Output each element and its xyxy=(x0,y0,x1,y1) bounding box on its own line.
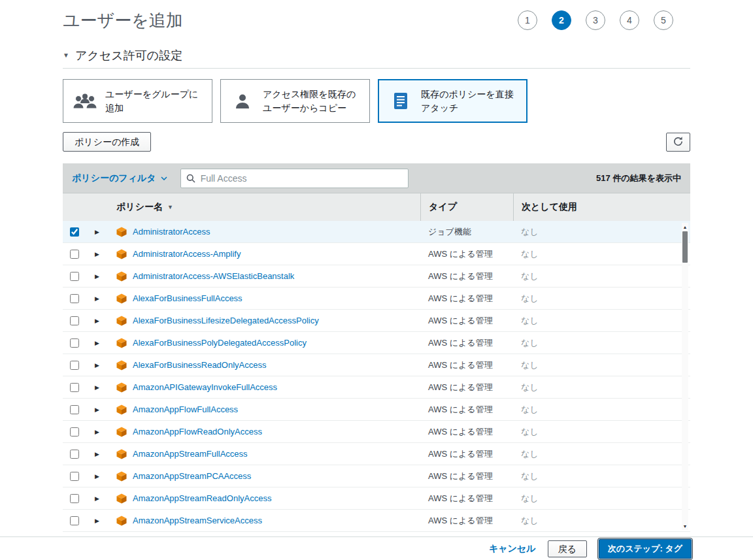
policy-table-row: ▶ AmazonAppStreamPCAAccess AWS による管理 なし xyxy=(63,465,690,487)
policy-name-link[interactable]: AmazonAppStreamFullAccess xyxy=(133,449,248,459)
policy-cube-icon xyxy=(116,516,127,526)
policy-name-link[interactable]: AlexaForBusinessReadOnlyAccess xyxy=(133,360,266,370)
policy-table-row: ▶ AdministratorAccess-Amplify AWS による管理 … xyxy=(63,243,690,265)
back-button[interactable]: 戻る xyxy=(548,540,587,557)
policy-type: AWS による管理 xyxy=(420,448,513,460)
policy-used-as: なし xyxy=(513,271,690,282)
cancel-link[interactable]: キャンセル xyxy=(489,543,536,555)
policy-cube-icon xyxy=(116,449,127,459)
expand-row-icon[interactable]: ▶ xyxy=(95,429,99,435)
policy-cube-icon xyxy=(116,493,127,504)
section-title: アクセス許可の設定 xyxy=(75,48,182,63)
expand-row-icon[interactable]: ▶ xyxy=(95,295,99,302)
policy-type: AWS による管理 xyxy=(420,515,513,527)
expand-row-icon[interactable]: ▶ xyxy=(95,318,99,324)
policy-filter-label: ポリシーのフィルタ xyxy=(72,173,156,184)
policy-used-as: なし xyxy=(513,493,690,504)
policy-row-checkbox[interactable] xyxy=(70,472,79,481)
policy-name-link[interactable]: AlexaForBusinessLifesizeDelegatedAccessP… xyxy=(133,316,319,325)
policy-name-link[interactable]: AdministratorAccess xyxy=(133,227,210,237)
policy-row-checkbox[interactable] xyxy=(70,316,79,325)
policy-row-checkbox[interactable] xyxy=(70,272,79,281)
policy-row-checkbox[interactable] xyxy=(70,338,79,348)
step-indicator: 1 2 3 4 5 xyxy=(518,9,690,30)
search-icon xyxy=(186,174,195,186)
policy-name-link[interactable]: AlexaForBusinessPolyDelegatedAccessPolic… xyxy=(133,338,307,348)
table-scrollbar[interactable]: ▲ ▼ xyxy=(682,223,688,530)
expand-row-icon[interactable]: ▶ xyxy=(95,518,99,524)
policy-used-as: なし xyxy=(513,226,690,238)
policy-row-checkbox[interactable] xyxy=(70,516,79,525)
policy-type: AWS による管理 xyxy=(420,470,513,482)
option-label: 既存のポリシーを直接アタッチ xyxy=(421,88,520,114)
header-checkbox-cell xyxy=(63,193,86,221)
create-policy-button[interactable]: ポリシーの作成 xyxy=(63,132,151,152)
scrollbar-thumb[interactable] xyxy=(682,231,688,263)
policy-cube-icon xyxy=(116,427,127,437)
policy-row-checkbox[interactable] xyxy=(70,227,79,237)
scroll-down-arrow[interactable]: ▼ xyxy=(682,522,688,530)
policy-name-link[interactable]: AmazonAppFlowReadOnlyAccess xyxy=(133,427,262,436)
expand-row-icon[interactable]: ▶ xyxy=(95,384,99,391)
policy-name-link[interactable]: AmazonAppStreamPCAAccess xyxy=(133,471,251,481)
column-header-policy-name[interactable]: ポリシー名 ▼ xyxy=(109,193,420,221)
policy-filter-dropdown[interactable]: ポリシーのフィルタ xyxy=(72,173,167,184)
step-2: 2 xyxy=(552,10,571,30)
policy-table-row: ▶ AmazonAPIGatewayInvokeFullAccess AWS に… xyxy=(63,376,690,399)
permissions-section-header[interactable]: ▼ アクセス許可の設定 xyxy=(63,48,690,69)
policy-name-link[interactable]: AmazonAppStreamReadOnlyAccess xyxy=(133,493,271,503)
policy-row-checkbox[interactable] xyxy=(70,250,79,259)
policy-used-as: なし xyxy=(513,515,690,527)
policy-used-as: なし xyxy=(513,315,690,327)
user-copy-icon xyxy=(227,93,258,110)
expand-row-icon[interactable]: ▶ xyxy=(95,251,99,257)
policy-table-row: ▶ AmazonAppStreamReadOnlyAccess AWS による管… xyxy=(63,487,690,510)
policy-name-link[interactable]: AmazonAPIGatewayInvokeFullAccess xyxy=(133,382,277,392)
policy-name-link[interactable]: AmazonAppStreamServiceAccess xyxy=(133,516,262,525)
expand-row-icon[interactable]: ▶ xyxy=(95,473,99,480)
page-title: ユーザーを追加 xyxy=(63,9,183,31)
policy-used-as: なし xyxy=(513,448,690,460)
policy-type: AWS による管理 xyxy=(420,359,513,371)
next-step-tags-button[interactable]: 次のステップ: タグ xyxy=(599,539,692,559)
expand-row-icon[interactable]: ▶ xyxy=(95,406,99,413)
policy-type: AWS による管理 xyxy=(420,404,513,416)
refresh-button[interactable] xyxy=(666,133,690,152)
policy-table-row: ▶ AmazonAppFlowReadOnlyAccess AWS による管理 … xyxy=(63,421,690,443)
policy-cube-icon xyxy=(116,382,127,393)
policy-used-as: なし xyxy=(513,404,690,416)
policy-cube-icon xyxy=(116,360,127,371)
step-5: 5 xyxy=(654,10,673,30)
policy-cube-icon xyxy=(116,338,127,348)
policy-row-checkbox[interactable] xyxy=(70,427,79,436)
policy-row-checkbox[interactable] xyxy=(70,405,79,414)
policy-name-column-label: ポリシー名 xyxy=(116,201,163,213)
policy-used-as: なし xyxy=(513,337,690,349)
policy-name-link[interactable]: AdministratorAccess-Amplify xyxy=(133,249,241,259)
policy-name-link[interactable]: AlexaForBusinessFullAccess xyxy=(133,293,243,303)
expand-row-icon[interactable]: ▶ xyxy=(95,340,99,346)
option-attach-existing-policies[interactable]: 既存のポリシーを直接アタッチ xyxy=(378,79,527,123)
policy-row-checkbox[interactable] xyxy=(70,294,79,303)
policy-row-checkbox[interactable] xyxy=(70,383,79,392)
scroll-up-arrow[interactable]: ▲ xyxy=(682,223,688,231)
policy-name-link[interactable]: AdministratorAccess-AWSElasticBeanstalk xyxy=(133,271,294,281)
policy-cube-icon xyxy=(116,271,127,282)
policy-type: AWS による管理 xyxy=(420,337,513,349)
policy-document-icon xyxy=(386,92,416,110)
policy-row-checkbox[interactable] xyxy=(70,450,79,459)
expand-row-icon[interactable]: ▶ xyxy=(95,495,99,502)
expand-row-icon[interactable]: ▶ xyxy=(95,451,99,457)
expand-row-icon[interactable]: ▶ xyxy=(95,362,99,369)
policy-row-checkbox[interactable] xyxy=(70,494,79,503)
option-add-user-to-group[interactable]: ユーザーをグループに追加 xyxy=(63,79,212,123)
expand-row-icon[interactable]: ▶ xyxy=(95,229,99,235)
option-copy-permissions[interactable]: アクセス権限を既存のユーザーからコピー xyxy=(220,79,370,123)
policy-type: AWS による管理 xyxy=(420,293,513,305)
policy-search-input[interactable] xyxy=(180,169,409,188)
column-header-used-as: 次として使用 xyxy=(513,193,690,221)
policy-row-checkbox[interactable] xyxy=(70,361,79,370)
policy-name-link[interactable]: AmazonAppFlowFullAccess xyxy=(133,404,238,414)
expand-row-icon[interactable]: ▶ xyxy=(95,273,99,280)
toolbar: ポリシーの作成 xyxy=(63,132,690,152)
